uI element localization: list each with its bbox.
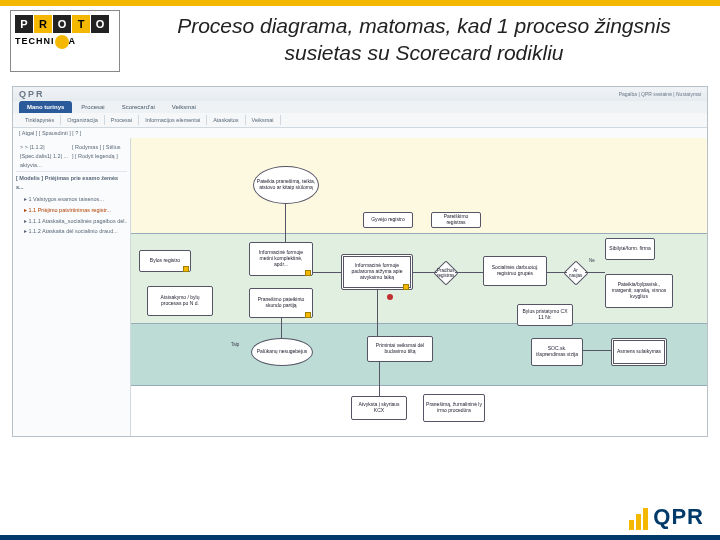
node-soc-grupes[interactable]: Socialinės darbuotoj. registruo grupės bbox=[483, 256, 547, 286]
connector bbox=[379, 362, 380, 396]
connector bbox=[547, 272, 567, 273]
subtab[interactable]: Ataskaitos bbox=[207, 115, 245, 125]
link-icon bbox=[305, 270, 311, 276]
tab-mano-turinys[interactable]: Mano turinys bbox=[19, 101, 72, 113]
sub-tabs: TinklapynėsOrganizacijaProcesaiInformaci… bbox=[13, 113, 707, 128]
connector bbox=[413, 272, 437, 273]
gear-icon bbox=[55, 35, 69, 49]
app-header: QPR Pagalba | QPR svetainė | Nustatymai bbox=[13, 87, 707, 101]
tree-item[interactable]: ▸ 1.1.1 Ataskaita_socialinės pagalbos dė… bbox=[16, 216, 127, 227]
connector bbox=[285, 204, 286, 242]
lane-divider bbox=[131, 385, 707, 386]
connector bbox=[583, 350, 611, 351]
tree-item[interactable]: ▸ 1 Valstygos esamos taisenos... bbox=[16, 194, 127, 205]
app-brand: QPR bbox=[19, 89, 45, 99]
app-body: > > |1.1.2| ĮSpec.dalis1| 1.2| ... aktyv… bbox=[13, 138, 707, 436]
process-canvas[interactable]: Pateikia pranešimą, teikia, atstovo ar k… bbox=[131, 138, 707, 436]
connector bbox=[281, 318, 282, 338]
slide-header: PROTO TECHNIA Proceso diagrama, matomas,… bbox=[0, 6, 720, 82]
sidebar-tree: ▸ 1 Valstygos esamos taisenos...▸ 1.1 Pr… bbox=[16, 194, 127, 237]
scorecard-indicator-icon bbox=[387, 294, 393, 300]
subtab[interactable]: Procesai bbox=[105, 115, 139, 125]
node-sibilyte[interactable]: Sibilytė/form. firma bbox=[605, 238, 655, 260]
link-icon bbox=[403, 284, 409, 290]
subtab[interactable]: Veiksmai bbox=[246, 115, 281, 125]
tree-item[interactable]: ▸ 1.1.2 Ataskaita dėl socialinio draud..… bbox=[16, 226, 127, 237]
node-pateikia-sarasa[interactable]: Pateikia/bylpavisk., margenti; sąrašą, v… bbox=[605, 274, 673, 308]
swimlane-1 bbox=[131, 138, 707, 233]
subtab[interactable]: Organizacija bbox=[61, 115, 105, 125]
node-pareisk-registro[interactable]: Pareiškimo registras bbox=[431, 212, 481, 228]
label-ne: Ne bbox=[589, 258, 595, 263]
breadcrumb: > > |1.1.2| ĮSpec.dalis1| 1.2| ... aktyv… bbox=[16, 141, 127, 172]
subtab[interactable]: Informacijos elementai bbox=[139, 115, 207, 125]
node-gyvejo-registro[interactable]: Gyvėjo registro bbox=[363, 212, 413, 228]
tab-scorecard-ai[interactable]: Scorecard'ai bbox=[114, 101, 163, 113]
node-soc-vizija[interactable]: SOC.sk. išsprendimas vizija bbox=[531, 338, 583, 366]
node-atsisakymo[interactable]: Atsisakymo / bylų procesas po N d. bbox=[147, 286, 213, 316]
node-atvyksta[interactable]: Atvyksta į skyriaus KCX bbox=[351, 396, 407, 420]
node-informacine-1[interactable]: Informacinė formoje metini komplektinė, … bbox=[249, 242, 313, 276]
app-header-links[interactable]: Pagalba | QPR svetainė | Nustatymai bbox=[619, 91, 701, 97]
slide-title: Proceso diagrama, matomas, kad 1 proceso… bbox=[138, 10, 710, 67]
swimlane-4 bbox=[131, 385, 707, 436]
slide-footer: QPR bbox=[0, 535, 720, 540]
bars-icon bbox=[629, 508, 648, 530]
main-tabs: Mano turinysProcesaiScorecard'aiVeiksmai bbox=[13, 101, 707, 113]
logo-letter: R bbox=[34, 15, 52, 33]
node-asmens-sulaikymas[interactable]: Asmens sulaikymas bbox=[611, 338, 667, 366]
toolbar-left[interactable]: [ Atgal ] [ Spausdinti ] [ ? ] bbox=[19, 130, 81, 136]
node-pranesimo[interactable]: Pranešimo pateikinto skundo partiją bbox=[249, 288, 313, 318]
subtab[interactable]: Tinklapynės bbox=[19, 115, 61, 125]
connector bbox=[455, 272, 483, 273]
lane-divider bbox=[131, 323, 707, 324]
tree-item[interactable]: ▸ 1.1 Priėjimo patvirtinimas registr... bbox=[16, 205, 127, 216]
tab-veiksmai[interactable]: Veiksmai bbox=[164, 101, 204, 113]
sidebar: > > |1.1.2| ĮSpec.dalis1| 1.2| ... aktyv… bbox=[13, 138, 131, 436]
node-pateikia-pranesima[interactable]: Pateikia pranešimą, teikia, atstovo ar k… bbox=[253, 166, 319, 204]
tab-procesai[interactable]: Procesai bbox=[73, 101, 112, 113]
connector bbox=[585, 272, 605, 273]
lane-divider bbox=[131, 233, 707, 234]
link-icon bbox=[305, 312, 311, 318]
connector bbox=[313, 272, 341, 273]
node-primontal[interactable]: Primintai veiksmai dėl budavimo tiltą bbox=[367, 336, 433, 362]
node-bylos-pristat[interactable]: Bylos pristatymo CX 11 Nr. bbox=[517, 304, 573, 326]
logo-letter: O bbox=[53, 15, 71, 33]
sidebar-title[interactable]: [ Modelis ] Priėjimas prie esamo žemės s… bbox=[16, 172, 127, 194]
footer-bar bbox=[0, 535, 720, 540]
connector bbox=[377, 290, 378, 336]
node-palukanu[interactable]: Palūkanų nesugebėjus bbox=[251, 338, 313, 366]
logo-letter: O bbox=[91, 15, 109, 33]
qpr-app-window: QPR Pagalba | QPR svetainė | Nustatymai … bbox=[12, 86, 708, 437]
label-taip: Taip bbox=[231, 342, 239, 347]
node-pranesima-proc[interactable]: Pranešimą, žurnalininė ly irmo procedūra bbox=[423, 394, 485, 422]
link-icon bbox=[183, 266, 189, 272]
logo-letter: T bbox=[72, 15, 90, 33]
prototechnika-logo: PROTO TECHNIA bbox=[10, 10, 120, 72]
qpr-footer-logo: QPR bbox=[629, 504, 704, 530]
logo-letter: P bbox=[15, 15, 33, 33]
toolbar: [ Atgal ] [ Spausdinti ] [ ? ] bbox=[13, 128, 707, 138]
